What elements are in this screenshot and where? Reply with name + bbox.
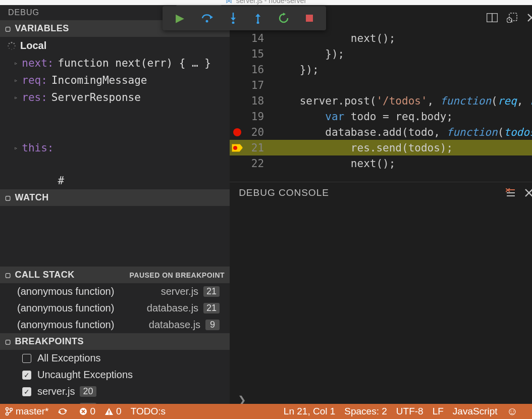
feedback-icon[interactable]: ☺	[507, 405, 518, 418]
code-editor[interactable]: 14 next();15 });16 });1718 server.post('…	[230, 30, 532, 182]
git-branch-item[interactable]: master*	[5, 406, 48, 417]
indentation-item[interactable]: Spaces: 2	[344, 406, 387, 417]
restart-button[interactable]	[278, 13, 289, 24]
svg-point-23	[205, 20, 208, 23]
gutter[interactable]	[230, 128, 245, 136]
svg-marker-30	[283, 13, 286, 16]
svg-point-31	[6, 408, 9, 410]
breakpoints-title: BREAKPOINTS	[15, 336, 84, 347]
branch-name: master*	[16, 406, 48, 417]
variable-name: req	[22, 74, 41, 86]
encoding-item[interactable]: UTF-8	[396, 406, 423, 417]
breakpoint-indicator-icon[interactable]	[233, 128, 241, 136]
breakpoint-row[interactable]: ✓server.js20	[0, 383, 230, 400]
status-bar: master* 0 0 TODO:s Ln 21, Col 1 Spaces: …	[0, 404, 532, 419]
step-over-button[interactable]	[201, 13, 213, 23]
code-line[interactable]: 19 var todo = req.body;	[230, 109, 532, 124]
breakpoint-checkbox[interactable]	[22, 354, 31, 363]
stack-frame[interactable]: (anonymous function)database.js21	[0, 300, 230, 317]
code-line[interactable]: 14 next();	[230, 30, 532, 46]
callstack-status: PAUSED ON BREAKPOINT	[129, 271, 225, 279]
git-sync-item[interactable]	[58, 407, 70, 415]
svg-point-29	[256, 22, 259, 24]
line-number: 15	[245, 48, 271, 60]
svg-point-7	[9, 42, 10, 44]
variables-scope-local[interactable]: Local	[0, 37, 230, 55]
language-mode-item[interactable]: JavaScript	[453, 406, 498, 417]
warnings-item[interactable]: 0	[104, 406, 122, 417]
debug-console-body[interactable]	[230, 203, 532, 391]
breakpoint-checkbox[interactable]: ✓	[22, 387, 31, 396]
code-line[interactable]: 21 res.send(todos);	[230, 140, 532, 155]
variable-row[interactable]: ▹this:#	[0, 106, 230, 189]
todos-item[interactable]: TODO:s	[131, 406, 166, 417]
code-text: res.send(todos);	[271, 142, 532, 154]
gutter[interactable]	[230, 144, 245, 152]
loading-spinner-icon	[7, 41, 16, 50]
continue-button[interactable]: ▶	[176, 12, 184, 25]
stack-frame[interactable]: (anonymous function)database.js9	[0, 317, 230, 333]
breakpoint-row[interactable]: All Exceptions	[0, 350, 230, 366]
toggle-output-icon[interactable]	[507, 13, 518, 23]
line-number: 14	[245, 32, 271, 44]
variable-row[interactable]: ▹req:IncomingMessage	[0, 72, 230, 89]
line-number: 21	[245, 142, 271, 154]
eol-item[interactable]: LF	[433, 406, 444, 417]
chevron-down-icon: ▢	[5, 338, 11, 345]
line-number: 19	[245, 111, 271, 123]
debug-action-bar: ▶	[163, 6, 326, 30]
chevron-down-icon: ▢	[5, 194, 11, 201]
chevron-right-icon: ▹	[14, 60, 18, 67]
code-text: next();	[271, 158, 532, 170]
callstack-title: CALL STACK	[15, 270, 75, 280]
frame-function: (anonymous function)	[17, 319, 149, 331]
code-line[interactable]: 15 });	[230, 46, 532, 62]
error-icon	[79, 407, 87, 415]
svg-point-2	[15, 45, 16, 46]
watch-section-header[interactable]: ▢ WATCH	[0, 189, 230, 206]
cursor-position-item[interactable]: Ln 21, Col 1	[284, 406, 335, 417]
code-line[interactable]: 20 database.add(todo, function(todos)	[230, 124, 532, 140]
code-line[interactable]: 18 server.post('/todos', function(req, r	[230, 93, 532, 109]
editor-group: 14 next();15 });16 });1718 server.post('…	[230, 5, 532, 409]
frame-line: 9	[205, 320, 220, 330]
stop-button[interactable]	[306, 15, 313, 22]
callstack-section-header[interactable]: ▢ CALL STACK PAUSED ON BREAKPOINT	[0, 267, 230, 283]
breakpoint-label: Uncaught Exceptions	[37, 369, 133, 381]
code-line[interactable]: 16 });	[230, 62, 532, 77]
stack-frame[interactable]: (anonymous function)server.js21	[0, 283, 230, 300]
frame-function: (anonymous function)	[17, 286, 161, 297]
variable-name: this	[22, 142, 47, 154]
svg-marker-25	[231, 18, 236, 21]
clear-console-icon[interactable]	[506, 188, 516, 197]
frame-file: database.js	[149, 319, 200, 331]
step-into-button[interactable]	[229, 13, 237, 24]
split-editor-icon[interactable]	[487, 13, 498, 22]
variable-value: IncomingMessage	[51, 74, 147, 86]
debug-console-title: DEBUG CONSOLE	[239, 187, 329, 198]
close-editor-icon[interactable]	[527, 13, 532, 22]
code-line[interactable]: 22 next();	[230, 155, 532, 171]
errors-item[interactable]: 0	[79, 406, 95, 417]
variable-row[interactable]: ▹res:ServerResponse	[0, 89, 230, 106]
breakpoint-row[interactable]: ✓Uncaught Exceptions	[0, 366, 230, 383]
variable-row[interactable]: ▹next:function next(err) { … }	[0, 55, 230, 72]
breakpoints-section-header[interactable]: ▢ BREAKPOINTS	[0, 333, 230, 350]
code-text: var todo = req.body;	[271, 111, 532, 123]
variable-value: function next(err) { … }	[58, 57, 210, 69]
svg-point-41	[109, 413, 110, 414]
error-count: 0	[90, 406, 95, 417]
chevron-right-icon: ▹	[14, 144, 18, 151]
code-line[interactable]: 17	[230, 77, 532, 93]
svg-point-5	[9, 47, 10, 48]
svg-rect-10	[509, 13, 517, 21]
watch-title: WATCH	[15, 192, 49, 203]
breakpoint-label: All Exceptions	[37, 352, 101, 364]
frame-function: (anonymous function)	[17, 302, 147, 314]
close-panel-icon[interactable]	[525, 189, 532, 197]
line-number: 22	[245, 158, 271, 170]
variables-title: VARIABLES	[15, 23, 69, 34]
svg-point-1	[13, 42, 15, 44]
step-out-button[interactable]	[254, 13, 262, 24]
breakpoint-checkbox[interactable]: ✓	[22, 371, 31, 380]
